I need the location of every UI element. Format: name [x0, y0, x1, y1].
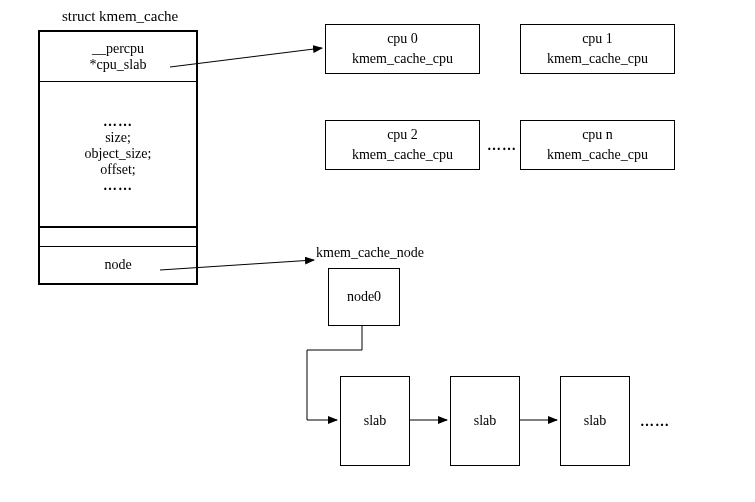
struct-cell-gap: [40, 227, 196, 247]
slab1-label: slab: [474, 411, 497, 431]
mid-dots-bottom: ……: [103, 178, 133, 194]
cpu-box-2: cpu 2 kmem_cache_cpu: [325, 120, 480, 170]
slab-box-0: slab: [340, 376, 410, 466]
node0-label: node0: [347, 287, 381, 307]
mid-dots-top: ……: [103, 114, 133, 130]
struct-cell-node: node: [40, 247, 196, 283]
slab2-label: slab: [584, 411, 607, 431]
percpu-line1: __percpu: [92, 41, 144, 57]
mid-offset: offset;: [100, 162, 136, 178]
mid-objsize: object_size;: [85, 146, 152, 162]
mid-size: size;: [105, 130, 131, 146]
node-section-title: kmem_cache_node: [316, 245, 424, 261]
cpun-line2: kmem_cache_cpu: [547, 145, 648, 165]
cpu0-line1: cpu 0: [387, 29, 418, 49]
struct-cell-middle: …… size; object_size; offset; ……: [40, 82, 196, 227]
node0-box: node0: [328, 268, 400, 326]
struct-kmem-cache: __percpu *cpu_slab …… size; object_size;…: [38, 30, 198, 285]
cpu1-line2: kmem_cache_cpu: [547, 49, 648, 69]
cpu-box-0: cpu 0 kmem_cache_cpu: [325, 24, 480, 74]
cpu0-line2: kmem_cache_cpu: [352, 49, 453, 69]
cpu1-line1: cpu 1: [582, 29, 613, 49]
slab-box-2: slab: [560, 376, 630, 466]
cpu-dots: ……: [487, 138, 517, 154]
slab-box-1: slab: [450, 376, 520, 466]
struct-cell-percpu: __percpu *cpu_slab: [40, 32, 196, 82]
slab0-label: slab: [364, 411, 387, 431]
cpu2-line2: kmem_cache_cpu: [352, 145, 453, 165]
cpun-line1: cpu n: [582, 125, 613, 145]
cpu-box-1: cpu 1 kmem_cache_cpu: [520, 24, 675, 74]
cpu-box-n: cpu n kmem_cache_cpu: [520, 120, 675, 170]
struct-title: struct kmem_cache: [62, 8, 178, 25]
struct-node-label: node: [104, 257, 131, 273]
percpu-line2: *cpu_slab: [90, 57, 147, 73]
cpu2-line1: cpu 2: [387, 125, 418, 145]
slab-trailing-dots: ……: [640, 414, 670, 430]
